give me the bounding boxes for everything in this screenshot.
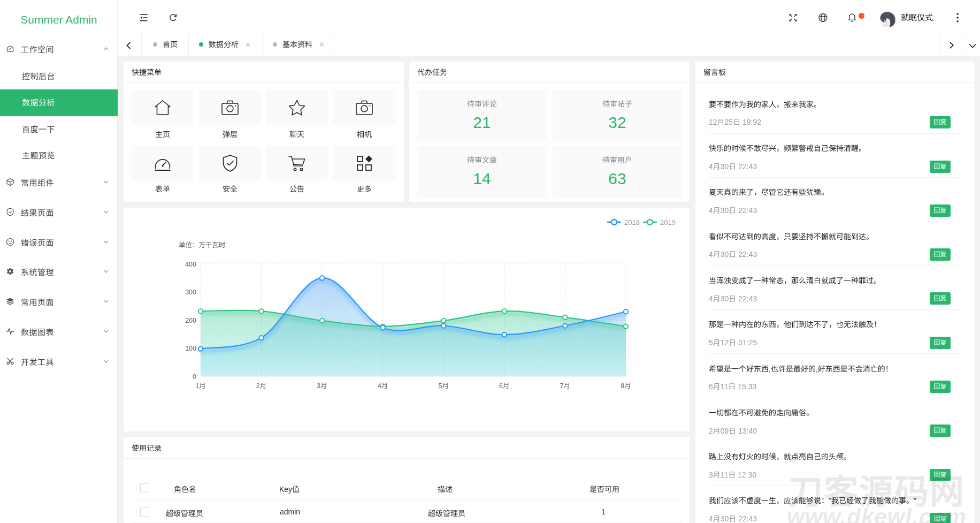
svg-text:7月: 7月: [560, 382, 570, 390]
svg-text:2018: 2018: [624, 218, 640, 226]
svg-text:0: 0: [193, 373, 196, 381]
svg-text:1月: 1月: [195, 382, 205, 390]
svg-text:5月: 5月: [439, 382, 449, 390]
svg-text:300: 300: [185, 289, 196, 296]
svg-text:100: 100: [185, 345, 196, 352]
svg-text:400: 400: [185, 261, 196, 268]
svg-text:8月: 8月: [621, 382, 631, 390]
svg-text:200: 200: [185, 317, 196, 324]
svg-text:2019: 2019: [660, 218, 676, 226]
svg-text:单位：万千瓦时: 单位：万千瓦时: [179, 241, 226, 249]
svg-text:6月: 6月: [499, 382, 509, 390]
svg-text:3月: 3月: [317, 382, 327, 390]
svg-text:4月: 4月: [378, 382, 388, 390]
svg-text:2月: 2月: [256, 382, 266, 390]
